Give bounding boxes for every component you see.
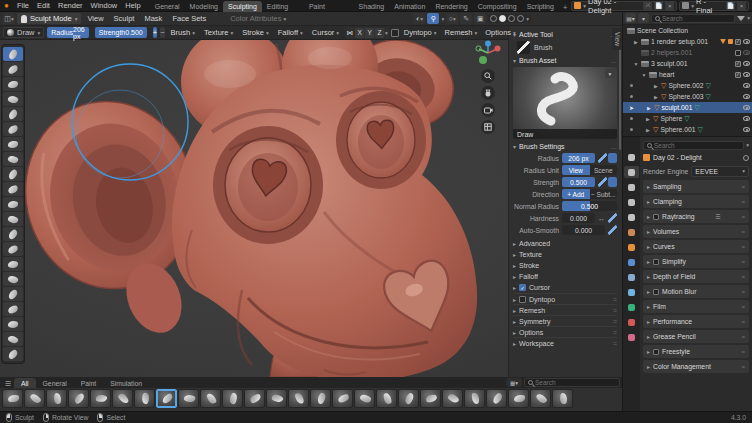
shading-dropdown[interactable]: ▾ [526, 16, 529, 22]
hide-eye-icon[interactable] [743, 127, 750, 132]
panel-freestyle[interactable]: ▸Freestyle= [643, 345, 749, 358]
workspace-section[interactable]: ▸Workspace= [513, 337, 617, 348]
properties-tab-particles[interactable] [624, 271, 639, 283]
normal-radius-slider[interactable]: 0.500 [562, 201, 617, 211]
tool-flatten[interactable] [3, 167, 23, 181]
tool-draw[interactable] [3, 47, 23, 61]
hide-eye-icon[interactable] [743, 50, 750, 55]
brush-thumbnail[interactable] [398, 389, 419, 408]
brush-thumbnail[interactable] [134, 389, 155, 408]
properties-search-input[interactable] [643, 141, 744, 150]
stroke-section[interactable]: ▸Stroke [513, 260, 617, 271]
tool-pinch[interactable] [3, 197, 23, 211]
cursor-section[interactable]: ▸✓ Cursor [513, 282, 617, 293]
properties-tab-output[interactable] [624, 181, 639, 193]
brush-type-selector[interactable]: Draw ▾ [3, 27, 44, 38]
add-workspace-button[interactable]: + [559, 3, 571, 12]
brush-thumbnail[interactable] [420, 389, 441, 408]
snapping-icon[interactable]: ⚲ [427, 13, 439, 24]
menu-render[interactable]: Render [54, 1, 87, 10]
hide-eye-icon[interactable] [743, 83, 750, 88]
active-tool-panel-header[interactable]: ▾Active Tool… [513, 29, 617, 40]
collection-checkbox[interactable]: ✓ [735, 61, 741, 67]
outliner-filter-mode-icon[interactable]: ▾ [638, 13, 649, 23]
brush-thumbnail[interactable] [156, 389, 177, 408]
tool-snake-hook[interactable] [3, 242, 23, 256]
shelf-tab-general[interactable]: General [36, 378, 74, 388]
dyntopo-checkbox[interactable] [519, 296, 526, 303]
brush-thumbnail[interactable] [354, 389, 375, 408]
workspace-tab-animation[interactable]: Animation [389, 1, 430, 12]
tool-annotate[interactable] [3, 347, 23, 361]
hide-eye-icon[interactable] [743, 61, 750, 66]
rendered-shading-icon[interactable] [517, 15, 524, 22]
outliner-display-mode-icon[interactable]: ▤▾ [625, 13, 636, 23]
hardness-invert-icon[interactable]: ↔ [598, 215, 605, 222]
properties-tab-modifiers[interactable] [624, 256, 639, 268]
freestyle-checkbox[interactable] [653, 349, 659, 355]
brush-thumbnail[interactable] [486, 389, 507, 408]
transform-orientation-icon[interactable]: ◐▾ [413, 13, 425, 24]
brush-thumbnail[interactable] [2, 389, 23, 408]
panel-sampling[interactable]: ▸Sampling= [643, 180, 749, 193]
cursor-menu[interactable]: Cursor▾ [309, 28, 342, 37]
panel-clamping[interactable]: ▸Clamping= [643, 195, 749, 208]
hide-eye-icon[interactable] [743, 105, 750, 110]
strength-slider[interactable]: 0.500 [562, 177, 595, 187]
camera-view-icon[interactable] [481, 103, 495, 117]
tool-blob[interactable] [3, 107, 23, 121]
auto-smooth-slider[interactable]: 0.000 [562, 225, 605, 235]
view-layer-selector[interactable]: ▾ R - Final 📄 × [679, 1, 749, 11]
direction-add-button[interactable]: + [153, 27, 157, 38]
pin-scene-icon[interactable]: ⤫ [643, 1, 652, 10]
wireframe-shading-icon[interactable] [490, 15, 497, 22]
outliner-row-heart-collection[interactable]: ▼ heart ✓ [623, 69, 752, 80]
brush-thumbnail[interactable] [244, 389, 265, 408]
outliner-search-input[interactable] [651, 14, 735, 23]
symmetry-section[interactable]: ▸Symmetry= [513, 315, 617, 326]
advanced-section[interactable]: ▸Advanced [513, 238, 617, 249]
menu-edit[interactable]: Edit [33, 1, 54, 10]
outliner-row-sphere[interactable]: ▶▽ Sphere ▽ [623, 113, 752, 124]
tool-scrape[interactable] [3, 182, 23, 196]
pin-icon[interactable] [743, 155, 749, 161]
collection-checkbox[interactable]: ✓ [735, 72, 741, 78]
shelf-tab-all[interactable]: All [14, 378, 36, 388]
brush-asset-preview[interactable]: ▾ Draw [513, 67, 617, 139]
shelf-menu-icon[interactable]: ☰ [2, 380, 14, 388]
filter-funnel-icon[interactable] [737, 16, 745, 21]
panel-film[interactable]: ▸Film= [643, 300, 749, 313]
hardness-slider[interactable]: 0.000 [562, 213, 595, 223]
workspace-tab-modeling[interactable]: Modeling [185, 1, 223, 12]
properties-tab-texture[interactable] [624, 331, 639, 343]
brush-menu[interactable]: Brush▾ [168, 28, 198, 37]
properties-tab-scene[interactable] [624, 211, 639, 223]
radius-unit-view-button[interactable]: View [562, 165, 590, 175]
panel-raytracing[interactable]: ▸Raytracing☰= [643, 210, 749, 223]
panel-simplify[interactable]: ▸Simplify= [643, 255, 749, 268]
brush-thumbnail[interactable] [332, 389, 353, 408]
brush-thumbnail[interactable] [310, 389, 331, 408]
shelf-tab-simulation[interactable]: Simulation [103, 378, 149, 388]
outliner-row-render-setup[interactable]: ▶ 1 render setup.001 ✓ [623, 36, 752, 47]
menu-file[interactable]: File [13, 1, 33, 10]
outliner-row-sphere-002[interactable]: ▶▽ Sphere.002 ▽ [623, 80, 752, 91]
radius-unit-scene-button[interactable]: Scene [590, 165, 618, 175]
workspace-tab-general[interactable]: General [150, 1, 185, 12]
display-mode-icon[interactable]: ▦▾ [506, 378, 522, 387]
show-gizmo-icon[interactable]: ▣ [474, 13, 486, 24]
panel-motion-blur[interactable]: ▸Motion Blur= [643, 285, 749, 298]
brush-thumbnail[interactable] [200, 389, 221, 408]
workspace-tab-uv-editing[interactable]: UV Editing [262, 0, 304, 12]
panel-curves[interactable]: ▸Curves= [643, 240, 749, 253]
workspace-tab-sculpting[interactable]: Sculpting [223, 1, 262, 12]
brush-thumbnail[interactable] [552, 389, 573, 408]
scene-selector[interactable]: ▾ Day 02 - Delight ⤫ 📄 × [571, 1, 677, 11]
outliner-row-scene-collection[interactable]: Scene Collection [623, 25, 752, 36]
workspace-tab-shading[interactable]: Shading [354, 1, 390, 12]
auto-smooth-pressure-toggle[interactable] [608, 225, 617, 235]
falloff-menu[interactable]: Falloff▾ [275, 28, 306, 37]
tool-nudge[interactable] [3, 287, 23, 301]
new-view-layer-button[interactable]: 📄 [726, 1, 735, 10]
strength-pressure-toggle[interactable] [598, 177, 607, 187]
